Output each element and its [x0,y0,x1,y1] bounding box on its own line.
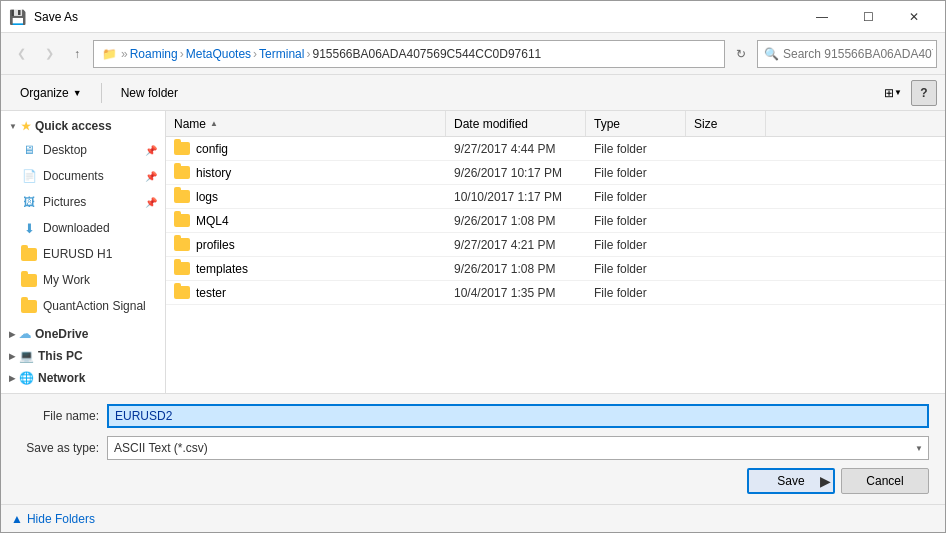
sidebar-network-header[interactable]: ▶ 🌐 Network [1,367,165,389]
mywork-folder-icon [21,274,37,287]
filename-input[interactable] [107,404,929,428]
maximize-button[interactable]: ☐ [845,2,891,32]
sidebar-item-mywork[interactable]: My Work [1,267,165,293]
sidebar-quick-access-header[interactable]: ▼ ★ Quick access [1,115,165,137]
file-type-cell: File folder [586,214,686,228]
downloaded-icon: ⬇ [21,220,37,236]
file-name-cell: tester [166,286,446,300]
savetype-select[interactable]: ASCII Text (*.csv) [107,436,929,460]
file-date-cell: 9/27/2017 4:44 PM [446,142,586,156]
breadcrumb-metaquotes[interactable]: MetaQuotes [186,47,251,61]
folder-icon [174,214,190,227]
col-type-label: Type [594,117,620,131]
col-header-type[interactable]: Type [586,111,686,136]
view-toggle-button[interactable]: ⊞ ▼ [879,80,907,106]
breadcrumb-arrow-3: › [306,47,310,61]
cancel-label: Cancel [866,474,903,488]
file-name: config [196,142,228,156]
toolbar-separator [101,83,102,103]
col-name-label: Name [174,117,206,131]
star-icon: ★ [21,120,31,133]
cloud-icon: ☁ [19,327,31,341]
sidebar-item-quantaction[interactable]: QuantAction Signal [1,293,165,319]
file-name: logs [196,190,218,204]
breadcrumb-terminal[interactable]: Terminal [259,47,304,61]
search-box[interactable]: 🔍 [757,40,937,68]
close-button[interactable]: ✕ [891,2,937,32]
sidebar-item-eurusd[interactable]: EURUSD H1 [1,241,165,267]
chevron-right-icon-pc: ▶ [9,352,15,361]
up-button[interactable]: ↑ [65,42,89,66]
network-label: Network [38,371,85,385]
onedrive-label: OneDrive [35,327,88,341]
toolbar-right: ⊞ ▼ ? [879,80,937,106]
file-list-header: Name ▲ Date modified Type Size [166,111,945,137]
toolbar: Organize ▼ New folder ⊞ ▼ ? [1,75,945,111]
new-folder-button[interactable]: New folder [110,80,189,106]
file-rows-container: config 9/27/2017 4:44 PM File folder his… [166,137,945,305]
file-name-cell: templates [166,262,446,276]
chevron-right-icon-network: ▶ [9,374,15,383]
table-row[interactable]: logs 10/10/2017 1:17 PM File folder [166,185,945,209]
sidebar-item-downloaded-label: Downloaded [43,221,110,235]
file-type-cell: File folder [586,238,686,252]
hide-folders-bar[interactable]: ▲ Hide Folders [1,504,945,532]
breadcrumb-arrow-2: › [253,47,257,61]
view-chevron-icon: ▼ [894,88,902,97]
sidebar-item-downloaded[interactable]: ⬇ Downloaded [1,215,165,241]
sort-arrow-icon: ▲ [210,119,218,128]
cancel-button[interactable]: Cancel [841,468,929,494]
breadcrumb-folder-icon: 📁 [102,47,117,61]
file-date-cell: 10/10/2017 1:17 PM [446,190,586,204]
refresh-button[interactable]: ↻ [729,42,753,66]
table-row[interactable]: profiles 9/27/2017 4:21 PM File folder [166,233,945,257]
back-button[interactable]: ❮ [9,42,33,66]
table-row[interactable]: templates 9/26/2017 1:08 PM File folder [166,257,945,281]
table-row[interactable]: MQL4 9/26/2017 1:08 PM File folder [166,209,945,233]
hide-folders-label: Hide Folders [27,512,95,526]
organize-chevron-icon: ▼ [73,88,82,98]
sidebar-item-mywork-label: My Work [43,273,90,287]
forward-button[interactable]: ❯ [37,42,61,66]
col-date-label: Date modified [454,117,528,131]
title-bar: 💾 Save As — ☐ ✕ [1,1,945,33]
file-name: tester [196,286,226,300]
table-row[interactable]: tester 10/4/2017 1:35 PM File folder [166,281,945,305]
help-button[interactable]: ? [911,80,937,106]
quick-access-label: Quick access [35,119,112,133]
organize-button[interactable]: Organize ▼ [9,80,93,106]
minimize-button[interactable]: — [799,2,845,32]
sidebar-onedrive-header[interactable]: ▶ ☁ OneDrive [1,323,165,345]
sidebar-item-documents[interactable]: 📄 Documents 📌 [1,163,165,189]
folder-icon [174,190,190,203]
sidebar-item-pictures-label: Pictures [43,195,86,209]
folder-icon [174,286,190,299]
col-header-date[interactable]: Date modified [446,111,586,136]
folder-icon [174,142,190,155]
file-type-cell: File folder [586,166,686,180]
search-input[interactable] [783,47,933,61]
breadcrumb: 📁 » Roaming › MetaQuotes › Terminal › 91… [93,40,725,68]
new-folder-label: New folder [121,86,178,100]
table-row[interactable]: history 9/26/2017 10:17 PM File folder [166,161,945,185]
breadcrumb-roaming[interactable]: Roaming [130,47,178,61]
sidebar-item-desktop[interactable]: 🖥 Desktop 📌 [1,137,165,163]
sidebar-item-quantaction-label: QuantAction Signal [43,299,146,313]
sidebar-item-pictures[interactable]: 🖼 Pictures 📌 [1,189,165,215]
savetype-label: Save as type: [17,441,107,455]
sidebar-item-desktop-label: Desktop [43,143,87,157]
col-header-size[interactable]: Size [686,111,766,136]
file-name: templates [196,262,248,276]
save-as-dialog: 💾 Save As — ☐ ✕ ❮ ❯ ↑ 📁 » Roaming › Meta… [0,0,946,533]
file-list: Name ▲ Date modified Type Size config [166,111,945,393]
pin-icon-documents: 📌 [145,171,157,182]
sidebar-thispc-header[interactable]: ▶ 💻 This PC [1,345,165,367]
save-button[interactable]: Save [747,468,835,494]
sidebar-item-documents-label: Documents [43,169,104,183]
savetype-select-wrapper: ASCII Text (*.csv) [107,436,929,460]
dialog-icon: 💾 [9,9,26,25]
file-name: profiles [196,238,235,252]
col-header-name[interactable]: Name ▲ [166,111,446,136]
table-row[interactable]: config 9/27/2017 4:44 PM File folder [166,137,945,161]
chevron-down-icon: ▼ [9,122,17,131]
